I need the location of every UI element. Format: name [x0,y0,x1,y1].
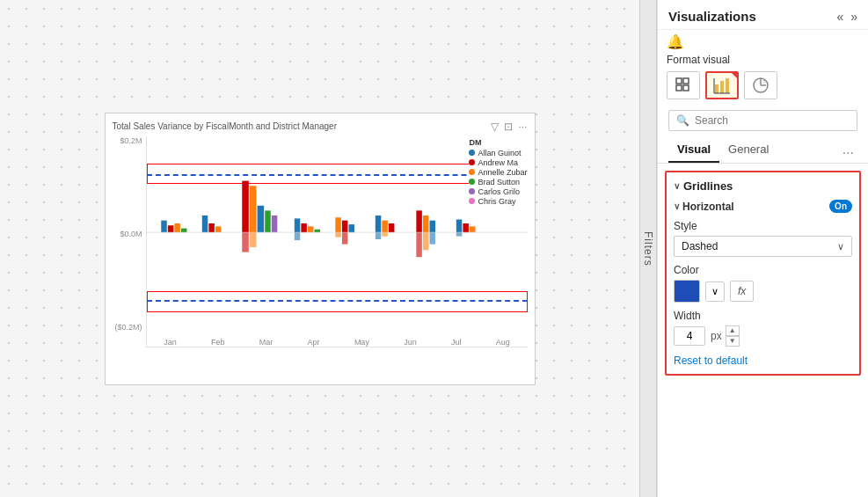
svg-rect-31 [429,220,434,232]
yaxis-label-top: $0.2M [120,136,142,145]
expand-icon[interactable]: ⊡ [504,121,513,133]
sub-chevron[interactable]: ∨ [674,201,680,211]
svg-rect-30 [422,216,427,232]
chart-xaxis: Jan Feb Mar Apr May Jun Jul Aug [147,336,528,347]
format-chart-button[interactable] [705,71,739,99]
format-visual-label: Format visual [667,54,730,66]
section-title: ∨ Gridlines [674,179,852,193]
px-label: px [711,330,722,342]
legend-item-5: Carlos Grilo [469,187,527,196]
svg-rect-0 [161,220,166,232]
svg-rect-44 [715,84,718,93]
xaxis-jul: Jul [451,338,462,347]
legend-dot-3 [469,169,475,175]
svg-rect-1 [167,225,172,232]
svg-rect-13 [249,232,256,247]
svg-rect-7 [242,180,249,232]
svg-rect-9 [257,205,264,231]
sub-title-text: Horizontal [682,201,734,213]
svg-rect-16 [307,226,312,232]
svg-rect-14 [294,218,299,232]
svg-rect-25 [382,220,387,232]
search-box[interactable]: 🔍 [668,110,857,131]
spin-buttons: ▲ ▼ [726,325,740,347]
filters-tab[interactable]: Filters [639,0,657,497]
svg-rect-35 [456,219,461,232]
svg-rect-34 [429,232,434,245]
search-input[interactable] [695,114,850,127]
chart-container: Total Sales Variance by FiscalMonth and … [105,113,536,385]
svg-rect-18 [294,232,299,240]
fx-button[interactable]: fx [730,281,754,302]
format-analytics-button[interactable]: ? [744,71,777,99]
svg-rect-3 [180,228,186,232]
yaxis-label-bot: ($0.2M) [114,323,142,332]
svg-rect-11 [271,216,276,232]
grid-icon [675,77,692,94]
legend-label-6: Chris Gray [478,197,515,206]
legend-label-4: Brad Sutton [478,178,520,186]
section-chevron[interactable]: ∨ [674,181,680,191]
chart-title: Total Sales Variance by FiscalMonth and … [113,121,337,131]
tab-general[interactable]: General [719,137,777,163]
legend-dot-2 [469,159,475,165]
svg-rect-32 [416,232,421,257]
bell-icon: 🔔 [667,33,684,50]
svg-rect-42 [676,85,682,91]
svg-rect-2 [174,223,179,232]
dropdown-arrow-icon: ∨ [837,241,844,252]
svg-rect-43 [683,85,689,91]
color-label: Color [674,264,852,276]
chart-toolbar: ▽ ⊡ ··· [491,121,527,133]
xaxis-feb: Feb [211,338,225,347]
panel-chevron-right-icon[interactable]: » [850,10,857,24]
style-dropdown[interactable]: Dashed ∨ [674,236,852,257]
svg-rect-26 [388,223,393,232]
svg-rect-24 [375,216,380,232]
style-value: Dashed [682,240,718,252]
legend-item-1: Allan Guinot [469,149,527,157]
chart-legend: DM Allan Guinot Andrew Ma Annelle Zubar … [469,138,527,207]
width-input[interactable] [674,326,705,346]
chart-yaxis: $0.2M $0.0M ($0.2M) [113,136,146,347]
svg-rect-33 [422,232,427,250]
format-grid-button[interactable] [667,71,700,99]
tabs-row: Visual General ... [658,136,868,164]
legend-dot-4 [469,179,475,185]
panel-chevron-left-icon[interactable]: « [836,10,843,24]
svg-rect-22 [335,232,340,238]
toggle-on[interactable]: On [829,200,852,213]
tab-more[interactable]: ... [839,136,857,163]
svg-rect-27 [375,232,380,239]
spin-down-button[interactable]: ▼ [726,336,740,347]
xaxis-aug: Aug [496,338,510,347]
legend-item-2: Andrew Ma [469,158,527,167]
reset-link[interactable]: Reset to default [674,354,748,367]
color-dropdown-button[interactable]: ∨ [705,281,725,302]
svg-rect-12 [242,232,249,252]
panel-header: Visualizations « » [658,0,868,30]
xaxis-jun: Jun [404,338,417,347]
svg-rect-40 [676,78,682,84]
tab-visual[interactable]: Visual [668,137,719,163]
svg-rect-36 [463,223,468,232]
panel-title: Visualizations [668,9,756,24]
svg-rect-46 [726,78,729,93]
legend-dot-5 [469,188,475,194]
filter-icon[interactable]: ▽ [491,121,499,133]
legend-item-6: Chris Gray [469,197,527,206]
legend-label-1: Allan Guinot [478,149,521,157]
color-swatch[interactable] [674,280,700,303]
svg-rect-28 [382,232,387,237]
svg-rect-19 [335,217,340,232]
svg-rect-29 [416,210,421,232]
svg-rect-20 [341,220,346,232]
legend-label-2: Andrew Ma [478,158,518,167]
svg-rect-38 [456,232,461,237]
svg-rect-6 [215,226,220,232]
legend-title: DM [469,138,527,147]
spin-up-button[interactable]: ▲ [726,325,740,336]
more-icon[interactable]: ··· [518,121,527,133]
svg-rect-23 [341,232,346,245]
svg-rect-5 [208,223,214,232]
